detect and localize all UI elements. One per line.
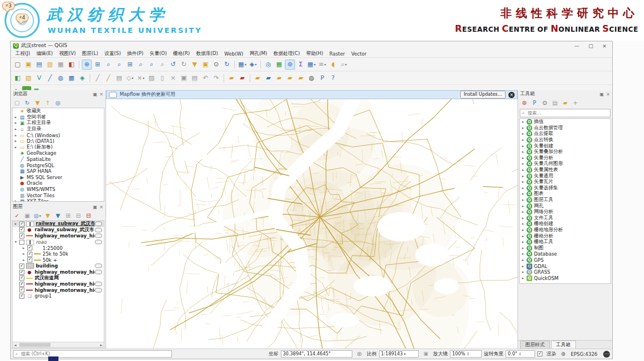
- browser-tree-item[interactable]: ● Oracle: [12, 180, 104, 186]
- filter-expression-button[interactable]: ▼: [53, 211, 62, 220]
- statistics-button[interactable]: Σ: [296, 60, 306, 70]
- layer-visibility-checkbox[interactable]: [19, 227, 24, 232]
- toolbox-models-button[interactable]: ⊛: [520, 99, 529, 108]
- python-console-button[interactable]: P: [317, 73, 327, 83]
- layer-diagram-button[interactable]: ▰: [237, 73, 247, 83]
- expand-icon[interactable]: ▸: [522, 174, 527, 179]
- toolbox-group-row[interactable]: ▸ Q 矢量瓦片: [520, 179, 611, 185]
- menu-item[interactable]: Raster: [330, 51, 345, 57]
- toolbox-group-row[interactable]: ▸ Q 文件工具: [520, 215, 611, 222]
- expand-icon[interactable]: ▸: [15, 133, 19, 138]
- toolbox-history-button[interactable]: ⊙: [540, 99, 549, 108]
- dock-tab[interactable]: 图层样式: [520, 341, 550, 349]
- expand-icon[interactable]: ▸: [15, 145, 19, 150]
- toolbox-search-input[interactable]: [527, 110, 608, 116]
- filter-legend-button[interactable]: ▼: [43, 211, 52, 220]
- pan-map-button[interactable]: ⊕: [82, 60, 92, 70]
- zoom-to-selection-button[interactable]: ⌕: [136, 60, 146, 70]
- layer-row[interactable]: ▾ road: [12, 239, 104, 245]
- magnifier-input[interactable]: 100%↕: [450, 350, 482, 358]
- expand-icon[interactable]: ▸: [522, 168, 527, 172]
- layer-visibility-checkbox[interactable]: [19, 275, 24, 281]
- toggle-editing-button[interactable]: ╱: [103, 73, 113, 83]
- menu-item[interactable]: 工程(J): [15, 50, 30, 57]
- layer-row[interactable]: ▸ 25k to 50k: [12, 251, 104, 257]
- minimize-button[interactable]: —: [574, 43, 579, 49]
- scrollbar-thumb[interactable]: [19, 343, 50, 347]
- style-manager-button[interactable]: ◧: [66, 60, 77, 70]
- map-tips-button[interactable]: ◖: [328, 60, 338, 70]
- layer-row[interactable]: ▸ 1:25000: [12, 245, 104, 251]
- maximize-button[interactable]: ▢: [588, 43, 594, 49]
- expand-icon[interactable]: ▸: [522, 210, 527, 214]
- open-attribute-table-button[interactable]: ▦: [274, 60, 284, 70]
- menu-item[interactable]: 数据库(D): [196, 50, 218, 57]
- menu-item[interactable]: 编辑(E): [36, 50, 53, 57]
- zoom-next-button[interactable]: ↻: [179, 60, 189, 70]
- zoom-in-button[interactable]: ⌕: [103, 60, 113, 70]
- browser-tree-item[interactable]: ▸ ▭ E:\ (新加卷): [12, 145, 104, 151]
- expand-icon[interactable]: ▸: [23, 252, 27, 256]
- expand-icon[interactable]: ▸: [522, 186, 527, 190]
- expand-icon[interactable]: ▸: [522, 276, 527, 281]
- layer-styling-button[interactable]: ✓: [12, 211, 22, 220]
- dock-tab[interactable]: 工具箱: [551, 341, 576, 349]
- browser-add-layer-button[interactable]: ▢: [12, 99, 22, 108]
- locator-search-input[interactable]: [20, 351, 170, 357]
- show-bookmarks-button[interactable]: ▣: [200, 60, 211, 70]
- layer-row[interactable]: 武汉街道网: [12, 275, 104, 281]
- expand-icon[interactable]: ▸: [15, 139, 19, 143]
- expand-icon[interactable]: ▸: [15, 127, 19, 131]
- layer-visibility-checkbox[interactable]: [27, 252, 32, 257]
- layer-visibility-checkbox[interactable]: [19, 222, 24, 227]
- scroll-left-icon[interactable]: ◄: [12, 343, 18, 347]
- layers-close-icon[interactable]: ×: [99, 205, 103, 210]
- add-spatialite-layer-button[interactable]: ◍: [56, 73, 66, 83]
- new-map-view-button[interactable]: ▦: [237, 60, 247, 70]
- toolbox-undock-icon[interactable]: ▣: [600, 92, 604, 97]
- add-group-button[interactable]: ▣: [23, 211, 32, 220]
- menu-item[interactable]: Vector: [351, 51, 367, 57]
- modify-attributes-button[interactable]: ▨: [146, 73, 157, 83]
- expand-icon[interactable]: ▾: [15, 240, 19, 244]
- menu-item[interactable]: 数据处理(C): [273, 50, 300, 57]
- refresh-map-button[interactable]: ↻: [222, 60, 232, 70]
- browser-properties-button[interactable]: ◎: [53, 99, 62, 108]
- expand-icon[interactable]: ▸: [522, 144, 527, 148]
- toolbox-group-row[interactable]: ▸ Q 插值: [520, 119, 611, 125]
- layer-visibility-checkbox[interactable]: [19, 287, 24, 292]
- locator-search-button[interactable]: ⌕: [339, 60, 349, 70]
- cut-features-button[interactable]: ×: [168, 73, 178, 83]
- menu-item[interactable]: Web(W): [224, 51, 243, 57]
- crs-value[interactable]: EPSG:4326: [571, 351, 597, 357]
- copy-features-button[interactable]: ▣: [179, 73, 189, 83]
- manage-themes-button[interactable]: ◎: [33, 211, 42, 220]
- open-project-button[interactable]: ▣: [23, 60, 33, 70]
- browser-close-icon[interactable]: ×: [99, 92, 103, 97]
- layer-visibility-checkbox[interactable]: [19, 240, 24, 245]
- label-pin-button[interactable]: ▰: [274, 73, 284, 83]
- browser-tree-item[interactable]: ▶ MS SQL Server: [12, 175, 104, 181]
- temporal-controller-button[interactable]: ⊙: [211, 60, 221, 70]
- layer-visibility-checkbox[interactable]: [19, 233, 24, 239]
- expand-icon[interactable]: ▸: [23, 246, 27, 250]
- layer-row[interactable]: building: [12, 263, 104, 269]
- label-highlight-button[interactable]: ▰: [263, 73, 273, 83]
- zoom-full-button[interactable]: ⊞: [125, 60, 135, 70]
- pan-to-selection-button[interactable]: ⊞: [92, 60, 103, 70]
- menu-item[interactable]: 视图(V): [59, 50, 75, 57]
- menu-item[interactable]: 帮助(H): [306, 50, 323, 57]
- coordinate-value[interactable]: 30.3894°, 114.4645°: [281, 350, 352, 358]
- toolbox-group-row[interactable]: ▸ Q 矢量通用: [520, 173, 611, 179]
- expand-icon[interactable]: ▸: [522, 180, 527, 184]
- menu-item[interactable]: 插件(P): [127, 50, 144, 57]
- expand-icon[interactable]: ▸: [522, 198, 527, 202]
- toolbox-group-row[interactable]: ▸ Q 矢量创建: [520, 143, 611, 149]
- layer-labeling-button[interactable]: ▰: [226, 73, 237, 83]
- expand-icon[interactable]: ▸: [522, 246, 527, 250]
- toolbox-group-row[interactable]: ▸ Q Database: [520, 251, 611, 257]
- label-show-hide-button[interactable]: ▰: [285, 73, 295, 83]
- menu-item[interactable]: 矢量(O): [150, 50, 167, 57]
- layer-row[interactable]: ▸ 50k +: [12, 257, 104, 264]
- expand-icon[interactable]: ▸: [15, 199, 19, 202]
